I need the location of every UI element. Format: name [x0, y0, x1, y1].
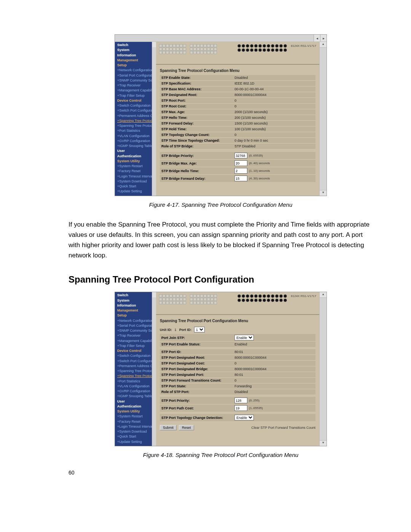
sidebar-item[interactable]: +Update Setting	[116, 439, 156, 444]
field-label: STP Port Path Cost:	[160, 404, 233, 412]
sidebar-item[interactable]: +System Restart	[116, 414, 156, 419]
sidebar-item[interactable]: +Management Capability Setup	[116, 88, 156, 93]
device-graphic: 8124X RS1-V1717	[156, 292, 319, 315]
field-value: 1500 (1/100 seconds)	[233, 121, 315, 126]
sidebar-item: System	[116, 48, 156, 53]
scrollbar-horizontal[interactable]: ◂ ▸	[115, 35, 327, 42]
field-input[interactable]	[234, 153, 247, 158]
field-label: STP Enable State:	[160, 75, 233, 81]
scrollbar-vertical[interactable]: ▴ ▾	[319, 292, 327, 446]
sidebar-item[interactable]: +Port Statistics	[116, 128, 156, 133]
field-input[interactable]	[234, 168, 247, 174]
field-label: STP Port Designated Port:	[160, 372, 233, 378]
figure-caption-1: Figure 4-17. Spanning Tree Protocol Conf…	[68, 201, 373, 208]
body-paragraph: If you enable the Spanning Tree Protocol…	[68, 219, 373, 261]
sidebar-item[interactable]: +Management Capability Setup	[116, 339, 156, 343]
menu-title: Spanning Tree Protocol Configuration Men…	[160, 69, 315, 73]
port-grid-2	[190, 294, 217, 313]
field-value: 0 day 0 hr 0 min 0 sec	[233, 138, 315, 144]
sidebar-item[interactable]: +GVRP Configuration	[116, 389, 156, 394]
clear-transitions-link[interactable]: Clear STP Port Forward Transitions Count	[252, 426, 315, 430]
sidebar-item[interactable]: +Login Timeout Interval	[116, 424, 156, 429]
sidebar-item[interactable]: +Permanent Address Configuration	[116, 364, 156, 369]
field-label: Role of STP Bridge:	[160, 144, 233, 149]
sidebar-item[interactable]: +Quick Start	[116, 184, 156, 189]
port-grid-2	[190, 44, 217, 62]
sidebar-item[interactable]: +Port Statistics	[116, 379, 156, 384]
sidebar-item[interactable]: +Switch Configuration	[116, 103, 156, 108]
sidebar-item[interactable]: +VLAN Configuration	[116, 384, 156, 389]
scroll-arrow-up[interactable]: ▴	[320, 42, 327, 48]
sidebar-item[interactable]: +Update Setting	[116, 189, 156, 194]
sidebar-item[interactable]: +Spanning Tree Protocol Configuration	[116, 118, 156, 123]
sidebar-item[interactable]: +Quick Start	[116, 434, 156, 439]
sidebar-item[interactable]: +Network Configuration	[116, 68, 156, 73]
field-label: STP Port State:	[160, 383, 233, 389]
sidebar-item[interactable]: +System Restart	[116, 164, 156, 169]
field-value: IEEE 802.1D	[233, 81, 315, 86]
scroll-arrow-down[interactable]: ▾	[320, 440, 327, 446]
field-label: STP Bridge Forward Delay:	[160, 175, 233, 182]
sidebar-item[interactable]: +GVRP Configuration	[116, 139, 156, 144]
scrollbar-vertical[interactable]: ▴ ▾	[319, 42, 327, 196]
sidebar-item[interactable]: +Spanning Tree Protocol Port Configurati…	[116, 374, 156, 379]
sidebar-item[interactable]: +Spanning Tree Protocol Port Configurati…	[116, 123, 156, 128]
sidebar-item[interactable]: +VLAN Configuration	[116, 134, 156, 139]
field-label: STP Port Forward Transitions Count:	[160, 378, 233, 383]
sidebar-item[interactable]: +Trap Receiver	[116, 83, 156, 88]
field-value: 80:01	[233, 349, 315, 355]
field-input[interactable]	[234, 160, 247, 166]
field-label: STP Hello Time:	[160, 115, 233, 121]
field-input[interactable]	[234, 398, 247, 403]
content-pane: 8124X RS1-V1717 Spanning Tree Protocol P…	[156, 292, 319, 446]
topology-detection-select[interactable]: Enable	[234, 415, 254, 420]
sidebar-item[interactable]: +Trap Receiver	[116, 333, 156, 338]
scroll-arrow-right[interactable]: ▸	[320, 35, 327, 42]
sidebar-item[interactable]: +Trap Filter Setup	[116, 343, 156, 348]
sidebar-item[interactable]: +Network Configuration	[116, 318, 156, 323]
field-input[interactable]	[234, 405, 247, 411]
field-value: 0	[233, 104, 315, 109]
field-value: 100 (1/100 seconds)	[233, 126, 315, 132]
field-value: 0	[233, 361, 315, 366]
stp-port-inputs: STP Port Priority:(0..255)STP Port Path …	[160, 397, 315, 412]
led-panel	[237, 294, 287, 313]
sidebar-item[interactable]: +Switch Port Configuration	[116, 108, 156, 113]
sidebar-item[interactable]: +System Download	[116, 429, 156, 434]
sidebar-item: Setup	[116, 313, 156, 318]
sidebar-item[interactable]: +System Download	[116, 179, 156, 184]
scroll-arrow-up[interactable]: ▴	[320, 292, 327, 298]
sidebar-item[interactable]: +Serial Port Configuration	[116, 323, 156, 328]
sidebar-item[interactable]: +Serial Port Configuration	[116, 73, 156, 78]
sidebar-item: Authentication	[116, 154, 156, 159]
sidebar-item[interactable]: +Login Timeout Interval	[116, 174, 156, 179]
sidebar-item[interactable]: +Factory Reset	[116, 419, 156, 424]
scroll-arrow-down[interactable]: ▾	[320, 190, 327, 196]
sidebar-item: Management	[116, 308, 156, 313]
port-id-select[interactable]: 1	[194, 327, 205, 332]
sidebar-nav[interactable]: SwitchSystemInformationManagementSetup+N…	[115, 292, 156, 446]
model-label: 8124X RS1-V1717	[291, 44, 316, 62]
scroll-arrow-left[interactable]: ◂	[314, 35, 320, 42]
menu-title: Spanning Tree Protocol Port Configuratio…	[160, 319, 315, 323]
sidebar-item[interactable]: +Permanent Address Configuration	[116, 113, 156, 118]
sidebar-item[interactable]: +IGMP Snooping Table	[116, 144, 156, 149]
sidebar-item[interactable]: +Switch Configuration	[116, 353, 156, 358]
sidebar-item[interactable]: +Trap Filter Setup	[116, 93, 156, 98]
field-input[interactable]	[234, 176, 247, 181]
sidebar-nav[interactable]: SwitchSystemInformationManagementSetup+N…	[115, 42, 156, 196]
submit-button[interactable]: Submit	[160, 425, 177, 430]
sidebar-item[interactable]: +SNMP Community Setup	[116, 328, 156, 333]
field-value: Disabled	[233, 389, 315, 395]
reset-button[interactable]: Reset	[179, 425, 194, 430]
sidebar-item[interactable]: +IGMP Snooping Table	[116, 394, 156, 399]
field-value: 0	[233, 98, 315, 104]
enable-status-label: STP Port Enable Status:	[160, 342, 233, 347]
page-number: 60	[68, 470, 373, 476]
port-join-select[interactable]: Enable	[234, 335, 254, 340]
sidebar-item[interactable]: +Factory Reset	[116, 169, 156, 174]
field-label: STP Hold Time:	[160, 126, 233, 132]
sidebar-item[interactable]: +Spanning Tree Protocol Configuration	[116, 369, 156, 374]
sidebar-item[interactable]: +SNMP Community Setup	[116, 78, 156, 83]
sidebar-item[interactable]: +Switch Port Configuration	[116, 359, 156, 364]
